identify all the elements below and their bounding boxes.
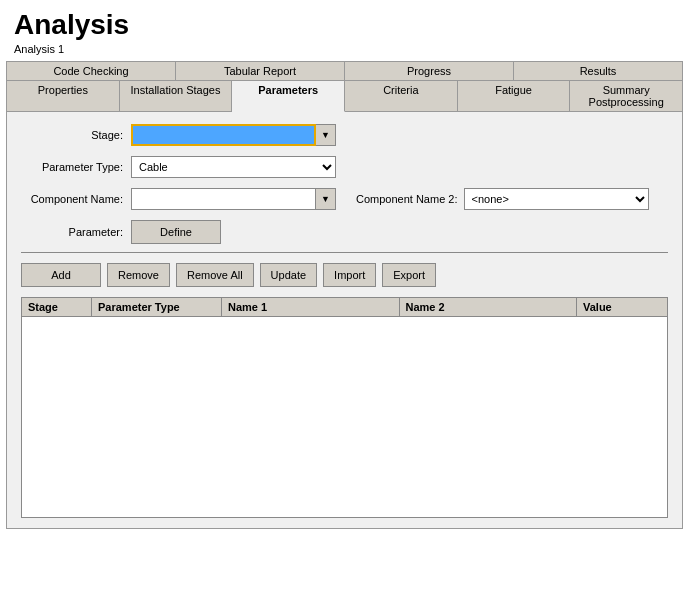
- component-name2-select[interactable]: <none>: [464, 188, 649, 210]
- tab-progress[interactable]: Progress: [345, 62, 514, 80]
- col-stage: Stage: [22, 298, 92, 316]
- stage-row: Stage: ▼: [21, 124, 668, 146]
- page-subtitle: Analysis 1: [0, 41, 689, 61]
- tab-properties[interactable]: Properties: [7, 81, 120, 111]
- page-title: Analysis: [0, 0, 689, 41]
- col-name1: Name 1: [222, 298, 400, 316]
- parameter-row: Parameter: Define: [21, 220, 668, 244]
- table-area: Stage Parameter Type Name 1 Name 2 Value: [21, 297, 668, 518]
- col-name2: Name 2: [400, 298, 578, 316]
- tab-code-checking[interactable]: Code Checking: [7, 62, 176, 80]
- component-name-label: Component Name:: [21, 193, 131, 205]
- tab-parameters[interactable]: Parameters: [232, 81, 345, 112]
- tab-criteria[interactable]: Criteria: [345, 81, 458, 111]
- component-name-wrapper: ▼: [131, 188, 336, 210]
- define-button[interactable]: Define: [131, 220, 221, 244]
- tab-area: Code Checking Tabular Report Progress Re…: [6, 61, 683, 529]
- stage-label: Stage:: [21, 129, 131, 141]
- update-button[interactable]: Update: [260, 263, 317, 287]
- parameter-type-label: Parameter Type:: [21, 161, 131, 173]
- stage-dropdown-btn[interactable]: ▼: [316, 124, 336, 146]
- bottom-tab-row: Properties Installation Stages Parameter…: [7, 81, 682, 112]
- parameter-type-select[interactable]: Cable: [131, 156, 336, 178]
- stage-input[interactable]: [131, 124, 316, 146]
- remove-all-button[interactable]: Remove All: [176, 263, 254, 287]
- component-name-dropdown-btn[interactable]: ▼: [316, 188, 336, 210]
- divider: [21, 252, 668, 253]
- tab-fatigue[interactable]: Fatigue: [458, 81, 571, 111]
- action-row: Add Remove Remove All Update Import Expo…: [21, 263, 668, 287]
- col-parameter-type: Parameter Type: [92, 298, 222, 316]
- table-body: [22, 317, 667, 517]
- parameter-label: Parameter:: [21, 226, 131, 238]
- parameter-type-row: Parameter Type: Cable: [21, 156, 668, 178]
- tab-results[interactable]: Results: [514, 62, 682, 80]
- component-name-row: Component Name: ▼ Component Name 2: <non…: [21, 188, 668, 210]
- component-name-input[interactable]: [131, 188, 316, 210]
- tab-summary-postprocessing[interactable]: Summary Postprocessing: [570, 81, 682, 111]
- top-tab-row: Code Checking Tabular Report Progress Re…: [7, 62, 682, 81]
- export-button[interactable]: Export: [382, 263, 436, 287]
- col-value: Value: [577, 298, 667, 316]
- import-button[interactable]: Import: [323, 263, 376, 287]
- tab-installation-stages[interactable]: Installation Stages: [120, 81, 233, 111]
- content-area: Stage: ▼ Parameter Type: Cable Component…: [7, 112, 682, 528]
- add-button[interactable]: Add: [21, 263, 101, 287]
- stage-select-wrapper: ▼: [131, 124, 336, 146]
- tab-tabular-report[interactable]: Tabular Report: [176, 62, 345, 80]
- table-header: Stage Parameter Type Name 1 Name 2 Value: [22, 298, 667, 317]
- remove-button[interactable]: Remove: [107, 263, 170, 287]
- component-name2-label: Component Name 2:: [356, 193, 458, 205]
